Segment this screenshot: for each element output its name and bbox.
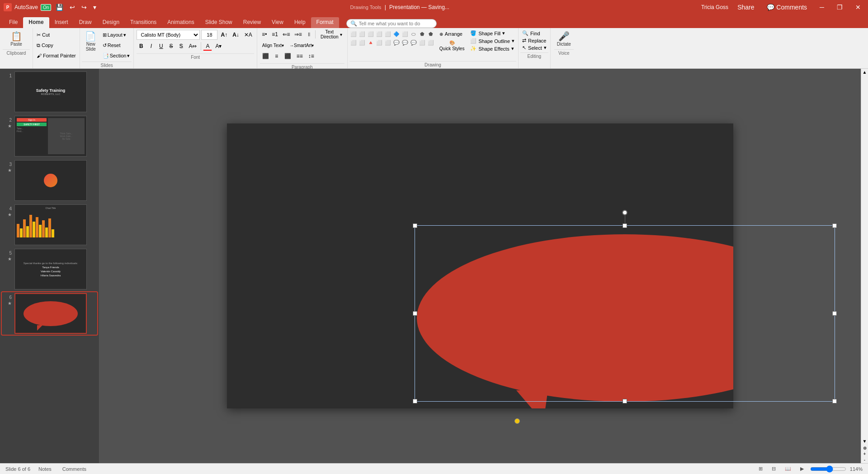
tab-view[interactable]: View — [266, 17, 289, 28]
slide-thumb-3[interactable]: 3 ★ — [2, 159, 97, 202]
shape-icon-18[interactable]: 💬 — [410, 38, 418, 47]
strikethrough-btn[interactable]: S — [166, 42, 175, 51]
char-spacing-btn[interactable]: A⇔ — [186, 42, 199, 51]
yellow-dot-handle[interactable] — [514, 418, 520, 424]
handle-mr[interactable] — [832, 311, 837, 316]
slide-sorter-btn[interactable]: ⊟ — [769, 465, 778, 472]
increase-indent-btn[interactable]: ⇒≡ — [293, 30, 303, 39]
minimize-btn[interactable]: ─ — [816, 3, 828, 12]
tab-review[interactable]: Review — [238, 17, 266, 28]
columns-btn[interactable]: ⫴ — [305, 30, 314, 39]
slide-thumb-6[interactable]: 6 ★ — [2, 292, 97, 335]
autosave-badge[interactable]: On — [41, 4, 51, 11]
scroll-up-btn[interactable]: ▲ — [861, 69, 868, 76]
close-btn[interactable]: ✕ — [852, 3, 864, 12]
notes-btn[interactable]: Notes — [36, 466, 54, 472]
align-text-btn[interactable]: Align Text▾ — [260, 41, 286, 50]
zoom-slider[interactable] — [810, 465, 846, 473]
save-qat-btn[interactable]: 💾 — [54, 3, 65, 12]
shape-icon-7[interactable]: ⬜ — [401, 30, 409, 38]
convert-smartart-btn[interactable]: →SmartArt▾ — [287, 41, 316, 50]
shape-icon-15[interactable]: ⬜ — [384, 38, 392, 47]
quick-styles-btn[interactable]: 🎨 Quick Styles — [437, 39, 467, 52]
copy-btn[interactable]: ⧉ Copy — [35, 40, 78, 50]
shape-icon-20[interactable]: ⬜ — [427, 38, 435, 47]
zoom-out-side-btn[interactable]: - — [862, 457, 867, 462]
restore-btn[interactable]: ❐ — [833, 3, 846, 12]
arrange-btn[interactable]: ⊕ Arrange — [437, 30, 467, 38]
shape-fill-btn[interactable]: 🪣 Shape Fill ▾ — [468, 30, 516, 37]
shape-icon-10[interactable]: ⬟ — [427, 30, 435, 38]
shape-icon-2[interactable]: ⬜ — [358, 30, 366, 38]
replace-btn[interactable]: ⇄ Replace — [520, 37, 548, 44]
handle-br[interactable] — [832, 399, 837, 403]
tab-format[interactable]: Format — [311, 17, 339, 28]
new-slide-btn[interactable]: 📄 NewSlide — [82, 30, 100, 53]
tab-transitions[interactable]: Transitions — [125, 17, 162, 28]
font-color-btn[interactable]: A — [203, 42, 212, 51]
cut-btn[interactable]: ✂ Cut — [35, 30, 78, 40]
align-center-btn[interactable]: ≡ — [272, 52, 281, 61]
shape-effects-btn[interactable]: ✨ Shape Effects ▾ — [468, 45, 516, 52]
shape-icon-16[interactable]: 💬 — [392, 38, 401, 47]
shape-icon-17[interactable]: 💬 — [401, 38, 409, 47]
decrease-indent-btn[interactable]: ⇐≡ — [281, 30, 291, 39]
tab-file[interactable]: File — [4, 17, 23, 28]
shape-icon-8[interactable]: ⬭ — [410, 30, 418, 38]
bullet-list-btn[interactable]: ≡• — [260, 30, 269, 39]
reset-btn[interactable]: ↺ Reset — [101, 40, 132, 50]
undo-btn[interactable]: ↩ — [68, 3, 77, 12]
font-select[interactable]: Calisto MT (Body) — [137, 30, 200, 40]
qat-more-btn[interactable]: ▾ — [91, 3, 98, 12]
slide-thumb-2[interactable]: 2 ★ Sign In SAFETY FIRST Take...Find... … — [2, 115, 97, 157]
italic-btn[interactable]: I — [146, 42, 156, 51]
shape-icon-4[interactable]: ⬜ — [375, 30, 383, 38]
highlight-btn[interactable]: A▾ — [213, 42, 224, 51]
shape-icon-1[interactable]: ⬜ — [349, 30, 358, 38]
font-size-input[interactable] — [201, 30, 217, 40]
shape-icon-5[interactable]: ⬜ — [384, 30, 392, 38]
tab-design[interactable]: Design — [97, 17, 125, 28]
shape-outline-btn[interactable]: ⬜ Shape Outline ▾ — [468, 38, 516, 44]
tab-draw[interactable]: Draw — [74, 17, 97, 28]
redo-btn[interactable]: ↪ — [80, 3, 89, 12]
align-right-btn[interactable]: ⬛ — [282, 52, 293, 61]
shape-icon-11[interactable]: ⬜ — [349, 38, 358, 47]
numbered-list-btn[interactable]: ≡1 — [270, 30, 280, 39]
shape-icon-6[interactable]: 🔷 — [392, 30, 401, 38]
reading-view-btn[interactable]: 📖 — [782, 465, 794, 472]
tab-slideshow[interactable]: Slide Show — [200, 17, 238, 28]
tab-insert[interactable]: Insert — [49, 17, 74, 28]
slide-thumb-4[interactable]: 4 ★ Chart Title — [2, 204, 97, 246]
line-spacing-btn[interactable]: ↕≡ — [306, 52, 316, 61]
bold-btn[interactable]: B — [137, 42, 146, 51]
section-btn[interactable]: 📑 Section ▾ — [101, 51, 132, 61]
slide-thumb-5[interactable]: 5 ★ Special thanks go to the following i… — [2, 248, 97, 290]
shadow-btn[interactable]: S — [176, 42, 185, 51]
zoom-in-side-btn[interactable]: + — [862, 451, 867, 456]
share-btn[interactable]: Share — [734, 3, 758, 12]
slide-thumb-1[interactable]: 1 Safety Training ROBERTS, LLC — [2, 71, 97, 113]
paste-btn[interactable]: 📋 Paste — [7, 30, 25, 48]
justify-btn[interactable]: ≡≡ — [294, 52, 305, 61]
handle-tr[interactable] — [832, 223, 837, 228]
tab-help[interactable]: Help — [289, 17, 311, 28]
shape-icon-14[interactable]: ⬜ — [375, 38, 383, 47]
slideshow-btn-status[interactable]: ▶ — [797, 465, 807, 472]
increase-font-btn[interactable]: A↑ — [219, 30, 229, 40]
dictate-btn[interactable]: 🎤 Dictate — [554, 30, 574, 48]
tab-home[interactable]: Home — [23, 17, 49, 28]
tab-animations[interactable]: Animations — [162, 17, 199, 28]
normal-view-btn[interactable]: ⊞ — [756, 465, 765, 472]
underline-btn[interactable]: U — [156, 42, 165, 51]
clear-format-btn[interactable]: ✕A — [242, 30, 254, 40]
search-input[interactable] — [359, 21, 431, 26]
comments-btn[interactable]: 💬 Comments — [763, 3, 811, 12]
zoom-fit-btn[interactable]: ⊕ — [862, 446, 867, 450]
text-direction-btn[interactable]: Text Direction▾ — [317, 30, 344, 39]
comments-btn-status[interactable]: Comments — [60, 466, 89, 472]
shape-icon-19[interactable]: ⬜ — [418, 38, 426, 47]
find-btn[interactable]: 🔍 Find — [520, 30, 548, 37]
search-box[interactable]: 🔍 — [346, 19, 437, 28]
shape-icon-3[interactable]: ⬜ — [367, 30, 375, 38]
